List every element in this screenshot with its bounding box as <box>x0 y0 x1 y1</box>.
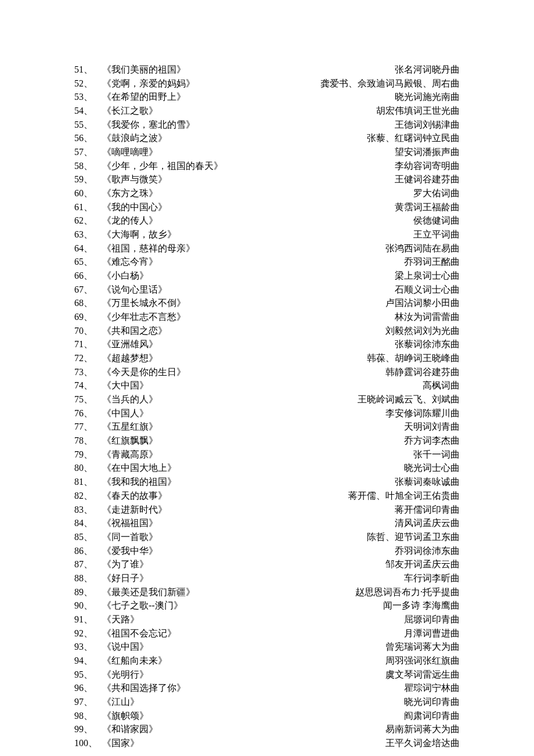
song-credits: 张千一词曲 <box>413 448 460 462</box>
song-row: 67、《说句心里话》石顺义词士心曲 <box>74 283 460 297</box>
song-credits: 屈塬词印青曲 <box>404 613 460 627</box>
song-row: 56、《鼓浪屿之波》张藜、红曙词钟立民曲 <box>74 131 460 145</box>
song-credits: 梁上泉词士心曲 <box>395 269 460 283</box>
song-row: 55、《我爱你，塞北的雪》王德词刘锡津曲 <box>74 118 460 132</box>
song-number: 51、 <box>74 63 102 77</box>
song-left: 53、《在希望的田野上》 <box>74 90 186 104</box>
song-row: 66、《小白杨》梁上泉词士心曲 <box>74 269 460 283</box>
song-title: 《少年，少年，祖国的春天》 <box>102 159 223 173</box>
song-left: 99、《和谐家园》 <box>74 722 158 736</box>
song-left: 76、《中国人》 <box>74 406 149 420</box>
song-credits: 闻一多诗 李海鹰曲 <box>383 599 460 613</box>
song-row: 60、《东方之珠》罗大佑词曲 <box>74 186 460 200</box>
song-left: 57、《嘀哩嘀哩》 <box>74 145 158 159</box>
song-left: 77、《五星红旗》 <box>74 420 158 434</box>
song-row: 92、《祖国不会忘记》月潭词曹进曲 <box>74 627 460 640</box>
song-number: 75、 <box>74 393 102 406</box>
song-number: 65、 <box>74 255 102 269</box>
song-left: 93、《说中国》 <box>74 640 149 654</box>
song-row: 79、《青藏高原》张千一词曲 <box>74 448 460 462</box>
song-credits: 王平久词金培达曲 <box>385 736 460 750</box>
song-credits: 王晓岭词臧云飞、刘斌曲 <box>358 393 460 406</box>
song-row: 72、《超越梦想》韩葆、胡峥词王晓峰曲 <box>74 351 460 365</box>
song-number: 53、 <box>74 90 102 104</box>
song-left: 86、《爱我中华》 <box>74 544 158 558</box>
song-row: 81、《我和我的祖国》张藜词秦咏诚曲 <box>74 475 460 489</box>
song-left: 73、《今天是你的生日》 <box>74 365 186 379</box>
song-credits: 晓光词印青曲 <box>404 695 460 709</box>
song-row: 70、《共和国之恋》刘毅然词刘为光曲 <box>74 324 460 338</box>
song-row: 76、《中国人》李安修词陈耀川曲 <box>74 406 460 420</box>
song-left: 81、《我和我的祖国》 <box>74 475 176 489</box>
song-title: 《超越梦想》 <box>102 351 158 365</box>
song-credits: 韩静霆词谷建芬曲 <box>385 365 460 379</box>
song-number: 72、 <box>74 351 102 365</box>
song-left: 87、《为了谁》 <box>74 557 149 571</box>
song-title: 《在希望的田野上》 <box>102 90 186 104</box>
song-title: 《七子之歌--澳门》 <box>102 599 183 613</box>
song-title: 《江山》 <box>102 695 139 709</box>
song-credits: 胡宏伟填词王世光曲 <box>376 104 460 118</box>
song-title: 《青藏高原》 <box>102 448 158 462</box>
song-title: 《共和国之恋》 <box>102 324 167 338</box>
song-row: 88、《好日子》车行词李昕曲 <box>74 571 460 585</box>
song-title: 《大海啊，故乡》 <box>102 228 176 242</box>
song-title: 《五星红旗》 <box>102 420 158 434</box>
song-left: 60、《东方之珠》 <box>74 186 158 200</box>
song-left: 65、《难忘今宵》 <box>74 255 158 269</box>
song-credits: 曾宪瑞词蒋大为曲 <box>385 640 460 654</box>
song-title: 《为了谁》 <box>102 557 149 571</box>
song-left: 54、《长江之歌》 <box>74 104 158 118</box>
song-title: 《我的中国心》 <box>102 200 167 214</box>
song-left: 80、《在中国大地上》 <box>74 461 176 475</box>
song-left: 71、《亚洲雄风》 <box>74 337 158 351</box>
song-credits: 望安词潘振声曲 <box>395 145 460 159</box>
song-number: 71、 <box>74 337 102 351</box>
song-left: 63、《大海啊，故乡》 <box>74 228 176 242</box>
song-row: 85、《同一首歌》陈哲、迎节词孟卫东曲 <box>74 530 460 544</box>
song-number: 66、 <box>74 269 102 283</box>
song-row: 96、《共和国选择了你》瞿琮词宁林曲 <box>74 681 460 695</box>
song-number: 74、 <box>74 379 102 393</box>
song-title: 《我们美丽的祖国》 <box>102 63 186 77</box>
song-credits: 蒋开儒词印青曲 <box>395 503 460 517</box>
song-credits: 石顺义词士心曲 <box>395 283 460 297</box>
song-row: 99、《和谐家园》易南新词蒋大为曲 <box>74 722 460 736</box>
song-title: 《难忘今宵》 <box>102 255 158 269</box>
song-row: 69、《少年壮志不言愁》林汝为词雷蕾曲 <box>74 310 460 324</box>
song-title: 《走进新时代》 <box>102 503 167 517</box>
song-credits: 王健词谷建芬曲 <box>395 172 460 186</box>
song-left: 64、《祖国，慈祥的母亲》 <box>74 242 195 255</box>
song-number: 60、 <box>74 186 102 200</box>
song-number: 55、 <box>74 118 102 132</box>
song-number: 81、 <box>74 475 102 489</box>
song-title: 《祝福祖国》 <box>102 516 158 530</box>
song-number: 84、 <box>74 516 102 530</box>
song-number: 82、 <box>74 489 102 503</box>
song-title: 《共和国选择了你》 <box>102 681 186 695</box>
song-credits: 李安修词陈耀川曲 <box>385 406 460 420</box>
song-row: 89、《最美还是我们新疆》赵思恩词吾布力·托乎提曲 <box>74 585 460 599</box>
song-number: 63、 <box>74 228 102 242</box>
song-left: 84、《祝福祖国》 <box>74 516 158 530</box>
song-left: 82、《春天的故事》 <box>74 489 167 503</box>
song-credits: 天明词刘青曲 <box>404 420 460 434</box>
song-title: 《祖国不会忘记》 <box>102 627 176 640</box>
song-credits: 阎肃词印青曲 <box>404 709 460 723</box>
song-left: 96、《共和国选择了你》 <box>74 681 186 695</box>
song-title: 《说中国》 <box>102 640 149 654</box>
song-title: 《长江之歌》 <box>102 104 158 118</box>
song-left: 92、《祖国不会忘记》 <box>74 627 176 640</box>
song-left: 83、《走进新时代》 <box>74 503 167 517</box>
song-number: 95、 <box>74 668 102 682</box>
song-title: 《万里长城永不倒》 <box>102 296 186 310</box>
song-number: 100、 <box>74 736 102 750</box>
song-row: 61、《我的中国心》黄霑词王福龄曲 <box>74 200 460 214</box>
song-left: 94、《红船向未来》 <box>74 654 167 668</box>
song-left: 55、《我爱你，塞北的雪》 <box>74 118 195 132</box>
song-credits: 乔羽词王酩曲 <box>404 255 460 269</box>
song-title: 《同一首歌》 <box>102 530 158 544</box>
song-title: 《祖国，慈祥的母亲》 <box>102 242 195 255</box>
song-row: 82、《春天的故事》蒋开儒、叶旭全词王佑贵曲 <box>74 489 460 503</box>
song-title: 《中国人》 <box>102 406 149 420</box>
